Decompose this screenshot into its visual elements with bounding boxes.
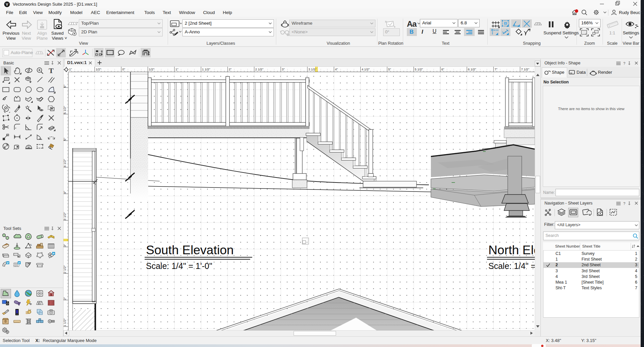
svg-text:2 1/2": 2 1/2" bbox=[63, 265, 66, 274]
svg-text:P: P bbox=[7, 262, 9, 265]
svg-text:7 1/2": 7 1/2" bbox=[521, 67, 529, 71]
svg-text:6": 6" bbox=[441, 67, 444, 71]
svg-text:%: % bbox=[29, 243, 32, 247]
svg-text:1": 1" bbox=[175, 67, 178, 71]
svg-text:North Elevation: North Elevation bbox=[488, 243, 535, 257]
svg-text:South Elevation: South Elevation bbox=[146, 243, 234, 257]
svg-text:3": 3" bbox=[63, 244, 66, 247]
svg-text:5 1/2": 5 1/2" bbox=[63, 106, 66, 114]
svg-text:?: ? bbox=[623, 61, 625, 65]
svg-text:5": 5" bbox=[63, 138, 66, 141]
svg-text:3 1/2": 3 1/2" bbox=[63, 212, 66, 221]
svg-text:4": 4" bbox=[335, 67, 338, 71]
svg-text:Scale: 1/4" = 1'-0": Scale: 1/4" = 1'-0" bbox=[488, 261, 535, 271]
svg-text:5 1/2": 5 1/2" bbox=[415, 67, 423, 71]
svg-text:4 1/2": 4 1/2" bbox=[361, 67, 370, 71]
svg-text:?: ? bbox=[623, 202, 625, 206]
svg-text:2 1/2": 2 1/2" bbox=[255, 67, 264, 71]
svg-text:2": 2" bbox=[63, 297, 66, 300]
svg-text:0": 0" bbox=[122, 67, 125, 71]
svg-text:P: P bbox=[18, 262, 20, 265]
svg-text:1 1/2": 1 1/2" bbox=[202, 67, 210, 71]
svg-text:P: P bbox=[53, 252, 55, 255]
svg-text:T: T bbox=[49, 67, 54, 75]
svg-text:5": 5" bbox=[388, 67, 391, 71]
svg-text:6": 6" bbox=[63, 85, 66, 88]
svg-text:7": 7" bbox=[494, 67, 497, 71]
svg-text:Scale: 1/4" = 1'-0": Scale: 1/4" = 1'-0" bbox=[146, 261, 212, 271]
svg-text:V: V bbox=[6, 2, 8, 6]
svg-text:1": 1" bbox=[69, 67, 72, 71]
svg-text:2": 2" bbox=[228, 67, 231, 71]
svg-text:1/2": 1/2" bbox=[149, 67, 155, 71]
svg-text:1 1/2": 1 1/2" bbox=[63, 318, 66, 327]
svg-text:3": 3" bbox=[282, 67, 285, 71]
svg-text:1/2": 1/2" bbox=[96, 67, 101, 71]
svg-text:4 1/2": 4 1/2" bbox=[63, 159, 66, 167]
svg-text:6 1/2": 6 1/2" bbox=[468, 67, 476, 71]
svg-text:4": 4" bbox=[63, 191, 66, 194]
